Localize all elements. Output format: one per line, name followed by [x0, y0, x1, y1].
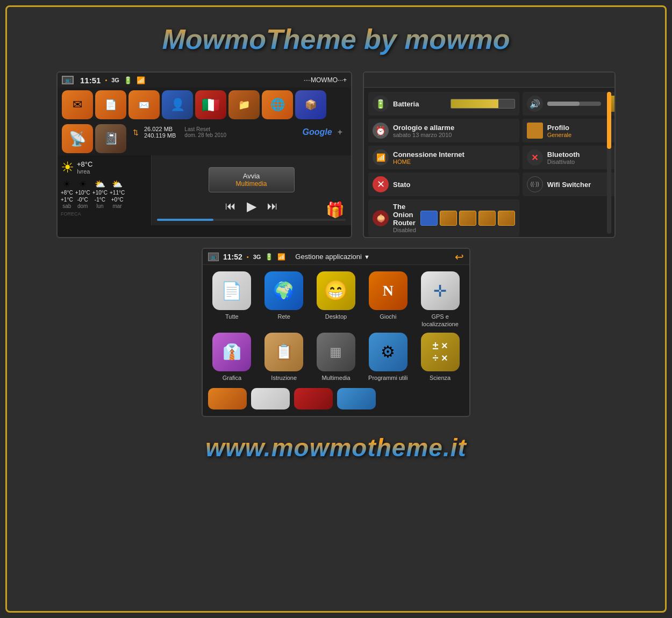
stato-row[interactable]: ✕ Stato [368, 173, 519, 196]
bottom-status-bar: 📺 11:52 • 3G 🔋 📶 Gestione applicazioni ▼… [203, 249, 469, 265]
weather-provider: FORECA [61, 211, 148, 217]
google-logo: Google [303, 127, 332, 137]
weather-current: ☀ +8°C Ivrea [61, 159, 148, 176]
current-temp: +8°C [77, 160, 92, 168]
partial-icon-3[interactable] [294, 388, 333, 409]
app-file[interactable]: 📄 [95, 90, 126, 119]
battery-label: Batteria [393, 100, 419, 108]
desktop-icon: 😁 [317, 271, 355, 310]
google-plus: + [338, 127, 342, 137]
bluetooth-icon: ✕ [527, 149, 543, 166]
connection-icon: 📶 [373, 149, 389, 166]
giochi-icon: N [369, 271, 408, 310]
clock-icon: ⏰ [373, 123, 389, 139]
media-btn-line2: Multimedia [231, 180, 273, 188]
rete-label: Rete [278, 313, 290, 320]
battery-bar [451, 99, 515, 109]
media-panel: Avvia Multimedia ⏮ ▶ ⏭ 🎁 [152, 155, 351, 225]
signal-dot: • [105, 77, 107, 83]
forecast-dom: ☀ +10°C-0°C dom [75, 179, 90, 209]
bottom-screen: 📺 11:52 • 3G 🔋 📶 Gestione applicazioni ▼… [202, 248, 470, 417]
clock-row[interactable]: ⏰ Orologio e allarme sabato 13 marzo 201… [368, 119, 519, 142]
play-button[interactable]: ▶ [247, 199, 256, 214]
gift-icon: 🎁 [326, 201, 345, 219]
bottom-title-area: Gestione applicazioni ▼ [295, 253, 369, 261]
tor-btn-5[interactable] [498, 211, 515, 226]
app-rete[interactable]: 🌍 Rete [260, 271, 308, 328]
bluetooth-row[interactable]: ✕ Bluetooth Disattivato [523, 146, 616, 169]
gps-icon: ✛ [421, 271, 460, 310]
app-tutte[interactable]: 📄 Tutte [208, 271, 256, 328]
scrollbar[interactable] [607, 92, 611, 234]
battery-row: 🔋 Batteria [368, 92, 519, 116]
app-folder[interactable]: 📁 [228, 90, 260, 119]
next-button[interactable]: ⏭ [267, 200, 278, 212]
bottom-screen-icon: 📺 [208, 253, 219, 261]
app-grafica[interactable]: 👔 Grafica [208, 333, 256, 382]
profile-row[interactable]: Profilo Generale [523, 119, 616, 142]
app-istruzione[interactable]: 📋 Istruzione [260, 333, 308, 382]
app-extra[interactable]: 📦 [295, 90, 326, 119]
bottom-screen-wrap: 📺 11:52 • 3G 🔋 📶 Gestione applicazioni ▼… [7, 248, 665, 417]
app-rss[interactable]: 📡 [62, 124, 93, 153]
prev-button[interactable]: ⏮ [225, 200, 236, 212]
giochi-label: Giochi [380, 313, 396, 320]
tor-btn-2[interactable] [440, 211, 457, 226]
app-flag[interactable]: 🇮🇹 [195, 90, 226, 119]
profile-sub: Generale [547, 132, 571, 138]
forecast-icon-mar: ⛅ [110, 179, 125, 189]
arrows-icon: ⇅ [133, 128, 139, 136]
tor-icon: 🧅 [373, 210, 389, 226]
forecast-icon-lun: ⛅ [92, 179, 108, 189]
sun-icon: ☀ [61, 159, 74, 176]
wifi-switcher-label: Wifi Switcher [547, 181, 591, 189]
tor-sub: Disabled [393, 227, 416, 233]
app-contacts[interactable]: 👤 [162, 90, 193, 119]
left-screen: 📺 11:51 • 3G 🔋 📶 ····MOWMO···+ ✉ 📄 ✉️ 👤 … [56, 71, 352, 238]
mowmo-label: ····MOWMO···+ [304, 76, 347, 84]
profile-icon [527, 123, 543, 139]
last-reset-label: Last Reset [184, 126, 226, 132]
stato-icon: ✕ [373, 176, 389, 192]
tor-btn-3[interactable] [459, 211, 476, 226]
partial-icon-1[interactable] [208, 388, 247, 409]
app-globe[interactable]: 🌐 [262, 90, 293, 119]
clock-label: Orologio e allarme [393, 124, 454, 132]
multimedia-button[interactable]: Avvia Multimedia [209, 167, 295, 192]
tor-row[interactable]: 🧅 The Onion Router Disabled [368, 199, 519, 236]
battery-fill [451, 99, 499, 108]
istruzione-label: Istruzione [271, 374, 297, 382]
dropdown-arrow[interactable]: ▼ [364, 254, 370, 260]
tor-btn-4[interactable] [478, 211, 496, 226]
bluetooth-label: Bluetooth [547, 150, 580, 159]
left-time: 11:51 [80, 76, 101, 85]
app-mail[interactable]: ✉ [62, 90, 93, 119]
app-programmi[interactable]: ⚙ Programmi utili [364, 333, 412, 382]
forecast-row: ☀ +8°C+1°C sab ☀ +10°C-0°C dom ⛅ +10°C-1… [61, 179, 148, 209]
partial-icon-2[interactable] [251, 388, 290, 409]
connection-row[interactable]: 📶 Connessione Internet HOME [368, 146, 519, 169]
app-gps[interactable]: ✛ GPS e localizzazione [416, 271, 464, 328]
app-scienza[interactable]: ± ×÷ × Scienza [416, 333, 464, 382]
main-container: MowmoTheme by mowmo 📺 11:51 • 3G 🔋 📶 ···… [5, 5, 667, 613]
partial-icon-4[interactable] [337, 388, 376, 409]
programmi-label: Programmi utili [368, 374, 408, 382]
app-desktop[interactable]: 😁 Desktop [312, 271, 360, 328]
wifi-switcher-row[interactable]: ((·)) Wifi Switcher [523, 173, 616, 196]
main-title: MowmoTheme by mowmo [7, 7, 665, 66]
bottom-app-title: Gestione applicazioni [295, 253, 362, 261]
app-letter[interactable]: ✉️ [128, 90, 160, 119]
app-notes[interactable]: 📓 [95, 124, 126, 153]
tor-btn-1[interactable] [420, 211, 438, 226]
upload-mb: 26.022 MB [144, 126, 176, 132]
gps-label: GPS e localizzazione [416, 313, 464, 328]
rete-icon: 🌍 [264, 271, 303, 310]
volume-slider[interactable] [547, 102, 601, 106]
app-giochi[interactable]: N Giochi [364, 271, 412, 328]
back-button[interactable]: ↩ [455, 250, 464, 263]
connection-sub: HOME [393, 159, 464, 165]
app-multimedia[interactable]: ▦ Multimedia [312, 333, 360, 382]
clock-date: sabato 13 marzo 2010 [393, 132, 454, 138]
left-status-bar: 📺 11:51 • 3G 🔋 📶 ····MOWMO···+ [58, 73, 351, 88]
wifi-icon-left: 📶 [137, 76, 145, 84]
